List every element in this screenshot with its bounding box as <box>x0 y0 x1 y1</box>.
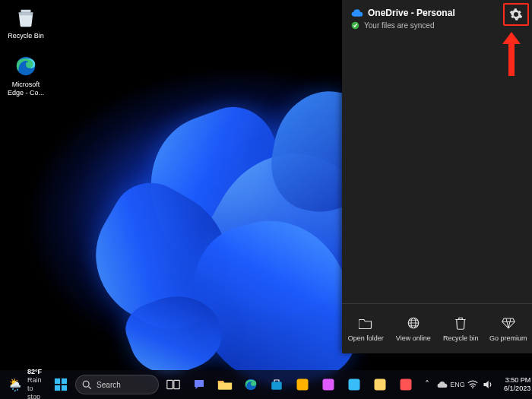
app-icon <box>373 378 387 391</box>
taskbar-pinned-app[interactable] <box>317 373 340 396</box>
task-view-icon <box>166 379 180 390</box>
taskbar-pinned-app[interactable] <box>394 373 417 396</box>
taskbar-pinned-app[interactable] <box>343 373 366 396</box>
svg-rect-5 <box>55 378 60 384</box>
svg-rect-14 <box>297 379 309 391</box>
svg-rect-0 <box>21 10 30 13</box>
app-icon <box>399 378 413 391</box>
svg-rect-16 <box>349 379 360 391</box>
svg-rect-15 <box>323 379 334 391</box>
tray-language-button[interactable]: ENG <box>451 374 464 395</box>
taskbar-center: Search <box>49 373 417 396</box>
onedrive-activity-list <box>342 31 532 303</box>
search-icon <box>82 380 92 390</box>
svg-rect-10 <box>167 380 173 388</box>
app-icon <box>347 378 361 391</box>
weather-temp: 82°F <box>27 368 42 376</box>
recycle-bin-icon <box>14 5 38 29</box>
chevron-up-icon: ˄ <box>425 379 429 390</box>
speaker-icon <box>483 379 493 390</box>
edge-icon <box>244 378 258 391</box>
trash-icon <box>454 316 467 330</box>
desktop[interactable]: Recycle Bin Microsoft Edge - Co... OneDr… <box>0 0 532 399</box>
svg-rect-8 <box>62 385 67 391</box>
tray-wifi-icon[interactable] <box>466 374 480 395</box>
wifi-icon <box>467 380 478 389</box>
button-label: Open folder <box>348 334 384 342</box>
view-online-button[interactable]: View online <box>390 304 438 353</box>
folder-icon <box>359 316 372 330</box>
folder-icon <box>217 378 233 391</box>
app-icon <box>296 378 309 391</box>
taskbar: 🌦️ 82°F Rain to stop Search <box>0 370 532 399</box>
cloud-icon <box>351 8 363 17</box>
taskbar-pinned-store[interactable] <box>265 373 288 396</box>
svg-rect-11 <box>174 380 179 388</box>
tray-onedrive-icon[interactable] <box>435 374 449 395</box>
svg-rect-18 <box>401 379 412 391</box>
check-circle-icon <box>351 21 359 30</box>
clock-date: 6/1/2023 <box>504 385 530 393</box>
onedrive-title: OneDrive - Personal <box>368 8 455 18</box>
system-tray: ˄ ENG <box>417 374 498 395</box>
diamond-icon <box>502 316 515 330</box>
go-premium-button[interactable]: Go premium <box>485 304 533 353</box>
search-input[interactable]: Search <box>75 375 159 394</box>
search-placeholder: Search <box>97 381 121 389</box>
task-view-button[interactable] <box>162 373 185 396</box>
svg-rect-13 <box>271 382 282 390</box>
weather-icon: 🌦️ <box>8 381 23 389</box>
open-folder-button[interactable]: Open folder <box>342 304 390 353</box>
onedrive-footer: Open folder View online Recycle bin Go p… <box>342 303 532 353</box>
onedrive-flyout: OneDrive - Personal Your files are synce… <box>342 0 532 353</box>
onedrive-status: Your files are synced <box>364 21 434 30</box>
taskbar-pinned-edge[interactable] <box>239 373 262 396</box>
svg-rect-6 <box>62 378 67 384</box>
cloud-icon <box>437 381 448 388</box>
taskbar-pinned-explorer[interactable] <box>214 373 236 396</box>
button-label: Go premium <box>489 334 527 342</box>
taskbar-pinned-app[interactable] <box>291 373 314 396</box>
edge-icon <box>14 53 38 78</box>
weather-desc: Rain to stop <box>27 376 42 399</box>
globe-icon <box>407 316 420 330</box>
desktop-icon-recycle-bin[interactable]: Recycle Bin <box>3 5 49 40</box>
button-label: Recycle bin <box>443 334 479 342</box>
weather-widget[interactable]: 🌦️ 82°F Rain to stop <box>0 370 49 399</box>
button-label: View online <box>396 334 431 342</box>
svg-rect-7 <box>55 385 60 391</box>
store-icon <box>270 378 283 391</box>
taskbar-pinned-app[interactable] <box>369 373 391 396</box>
chat-icon <box>192 378 206 391</box>
desktop-icon-label: Recycle Bin <box>3 32 49 40</box>
onedrive-header: OneDrive - Personal Your files are synce… <box>342 0 532 31</box>
svg-point-19 <box>472 387 473 388</box>
windows-icon <box>54 378 68 391</box>
gear-icon <box>509 8 523 21</box>
tray-volume-icon[interactable] <box>481 374 495 395</box>
clock-button[interactable]: 3:50 PM 6/1/2023 <box>498 376 532 393</box>
clock-time: 3:50 PM <box>504 376 530 385</box>
svg-rect-17 <box>375 379 386 391</box>
desktop-icon-edge[interactable]: Microsoft Edge - Co... <box>3 53 49 97</box>
tray-overflow-button[interactable]: ˄ <box>420 374 434 395</box>
desktop-icon-label: Microsoft Edge - Co... <box>3 81 49 97</box>
app-icon <box>321 378 335 391</box>
recycle-bin-button[interactable]: Recycle bin <box>437 304 485 353</box>
settings-button[interactable] <box>505 5 527 24</box>
start-button[interactable] <box>49 373 72 396</box>
taskbar-pinned-chat[interactable] <box>188 373 211 396</box>
svg-point-9 <box>83 381 89 387</box>
